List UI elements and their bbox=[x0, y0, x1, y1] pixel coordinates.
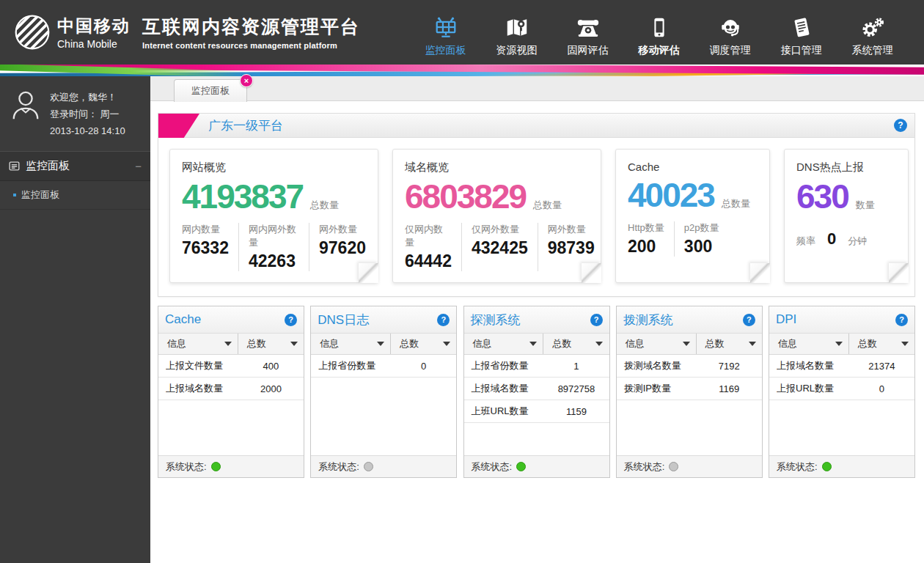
table-row: 拨测IP数量 1169 bbox=[617, 378, 762, 400]
sort-arrow-icon[interactable] bbox=[749, 342, 756, 346]
tab-strip: 监控面板 × bbox=[150, 76, 924, 101]
nav-item-resource-view[interactable]: 资源视图 bbox=[481, 8, 552, 57]
user-info: 欢迎您，魏华！ 登录时间： 周一 2013-10-28 14:10 bbox=[0, 76, 150, 151]
table-row: 上班URL数量 1159 bbox=[464, 400, 609, 423]
card-stat: 仅网内数量 64442 bbox=[405, 223, 462, 271]
china-mobile-logo-icon bbox=[13, 13, 51, 51]
sort-arrow-icon[interactable] bbox=[901, 342, 909, 346]
help-icon[interactable]: ? bbox=[894, 119, 907, 132]
sort-arrow-icon[interactable] bbox=[683, 342, 690, 346]
column-header-info[interactable]: 信息 bbox=[311, 334, 391, 354]
status-dot bbox=[669, 462, 678, 471]
nav-item-fixed-network-eval[interactable]: 固网评估 bbox=[552, 8, 623, 57]
column-header-info[interactable]: 信息 bbox=[158, 334, 238, 354]
menu-doc-icon bbox=[9, 161, 20, 171]
table-row: 上报省份数量 1 bbox=[464, 355, 609, 378]
sort-arrow-icon[interactable] bbox=[443, 342, 450, 346]
frequency-row: 频率 0 分钟 bbox=[796, 229, 896, 249]
sort-arrow-icon[interactable] bbox=[290, 342, 298, 346]
panel-dns-log: DNS日志 ? 信息 总数 上报省份数量 0 系统状态: bbox=[310, 306, 457, 478]
help-icon[interactable]: ? bbox=[437, 314, 450, 326]
card-website-overview: 网站概览 4193837 总数量 网内数量 76332 网内网外数量 42263 bbox=[169, 149, 378, 283]
status-dot bbox=[364, 462, 373, 471]
welcome-text: 欢迎您，魏华！ bbox=[50, 89, 125, 106]
column-header-info[interactable]: 信息 bbox=[464, 334, 544, 354]
column-header-total[interactable]: 总数 bbox=[543, 334, 609, 354]
table-row: 上报省份数量 0 bbox=[311, 355, 456, 378]
nav-item-dispatch-mgmt[interactable]: 调度管理 bbox=[694, 8, 766, 57]
card-domain-overview: 域名概览 6803829 总数量 仅网内数量 64442 仅网外数量 43242… bbox=[392, 149, 601, 283]
card-stat: 网内数量 76332 bbox=[182, 223, 239, 271]
card-stat: Http数量 200 bbox=[628, 221, 675, 257]
brand-name-cn: 中国移动 bbox=[57, 15, 131, 37]
card-dns-hotspot: DNS热点上报 630 数量 频率 0 分钟 bbox=[784, 149, 909, 283]
help-icon[interactable]: ? bbox=[743, 314, 755, 326]
section-title: 广东一级平台 bbox=[208, 117, 283, 134]
status-dot bbox=[516, 462, 526, 471]
panel-cache: Cache ? 信息 总数 上报文件数量 400 上报域名数量 2000 bbox=[158, 306, 304, 478]
column-header-total[interactable]: 总数 bbox=[849, 334, 914, 354]
map-icon bbox=[481, 12, 552, 39]
status-dot bbox=[822, 462, 832, 471]
tab-monitor-panel[interactable]: 监控面板 × bbox=[174, 79, 247, 102]
system-status: 系统状态: bbox=[311, 455, 456, 477]
card-cache-overview: Cache 40023 总数量 Http数量 200 p2p数量 300 bbox=[615, 149, 770, 283]
brand-logo: 中国移动 China Mobile bbox=[0, 13, 131, 51]
big-number: 40023 bbox=[628, 176, 714, 215]
big-number: 630 bbox=[796, 177, 848, 216]
collapse-icon[interactable]: − bbox=[135, 160, 142, 172]
headset-icon bbox=[694, 12, 766, 39]
system-status: 系统状态: bbox=[617, 455, 762, 477]
document-icon bbox=[766, 12, 837, 39]
summary-cards-row: 网站概览 4193837 总数量 网内数量 76332 网内网外数量 42263 bbox=[158, 138, 914, 296]
phone-icon bbox=[552, 12, 623, 39]
user-avatar-icon bbox=[9, 89, 43, 122]
nav-item-monitor-panel[interactable]: 监控面板 bbox=[410, 8, 481, 57]
table-row: 上报URL数量 0 bbox=[769, 378, 914, 400]
panel-dial-test-system: 拨测系统 ? 信息 总数 拨测域名数量 7192 拨测IP数量 1169 bbox=[616, 306, 763, 478]
help-icon[interactable]: ? bbox=[285, 314, 297, 326]
nav-item-system-mgmt[interactable]: 系统管理 bbox=[837, 8, 908, 57]
help-icon[interactable]: ? bbox=[590, 314, 603, 326]
menu-label: 监控面板 bbox=[26, 159, 70, 173]
system-status: 系统状态: bbox=[464, 455, 609, 477]
card-stat: 网外数量 98739 bbox=[548, 223, 595, 271]
table-row: 上报域名数量 8972758 bbox=[464, 378, 609, 400]
sort-arrow-icon[interactable] bbox=[224, 342, 232, 346]
pink-flag-decoration bbox=[158, 114, 199, 138]
column-header-info[interactable]: 信息 bbox=[769, 334, 849, 354]
login-datetime: 2013-10-28 14:10 bbox=[50, 123, 125, 140]
column-header-info[interactable]: 信息 bbox=[617, 334, 697, 354]
table-row: 上报文件数量 400 bbox=[158, 355, 304, 378]
column-header-total[interactable]: 总数 bbox=[697, 334, 762, 354]
login-time-label: 登录时间： 周一 bbox=[50, 106, 125, 123]
close-icon[interactable]: × bbox=[240, 74, 253, 87]
sort-arrow-icon[interactable] bbox=[595, 342, 603, 346]
system-status: 系统状态: bbox=[769, 455, 914, 477]
sort-arrow-icon[interactable] bbox=[529, 342, 537, 346]
mobile-icon bbox=[623, 12, 694, 39]
main-area: 监控面板 × 广东一级平台 ? 网站概览 4193837 总数量 bbox=[150, 76, 924, 563]
sidebar-subitem-monitor-panel[interactable]: 监控面板 bbox=[0, 181, 150, 210]
help-icon[interactable]: ? bbox=[895, 314, 908, 326]
big-number: 6803829 bbox=[405, 177, 526, 216]
sort-arrow-icon[interactable] bbox=[835, 342, 843, 346]
status-dot bbox=[211, 462, 221, 471]
panel-dpi: DPI ? 信息 总数 上报域名数量 21374 上报URL数量 0 bbox=[769, 306, 915, 478]
sidebar-menu-monitor-panel[interactable]: 监控面板 − bbox=[0, 151, 150, 181]
table-row: 上报域名数量 2000 bbox=[158, 378, 304, 400]
column-header-total[interactable]: 总数 bbox=[391, 334, 456, 354]
card-stat: 网外数量 97620 bbox=[319, 223, 366, 271]
column-header-total[interactable]: 总数 bbox=[238, 334, 304, 354]
table-row: 拨测域名数量 7192 bbox=[617, 355, 762, 378]
card-stat: 网内网外数量 42263 bbox=[249, 223, 309, 271]
system-panels-row: Cache ? 信息 总数 上报文件数量 400 上报域名数量 2000 bbox=[158, 306, 915, 478]
brand-name-en: China Mobile bbox=[57, 38, 131, 50]
app-title: 互联网内容资源管理平台 bbox=[142, 15, 360, 39]
top-header: 中国移动 China Mobile 互联网内容资源管理平台 Internet c… bbox=[0, 0, 924, 65]
nav-item-interface-mgmt[interactable]: 接口管理 bbox=[766, 8, 837, 57]
sort-arrow-icon[interactable] bbox=[377, 342, 384, 346]
section-header: 广东一级平台 ? bbox=[158, 114, 914, 138]
gears-icon bbox=[837, 12, 908, 39]
nav-item-mobile-eval[interactable]: 移动评估 bbox=[623, 8, 694, 57]
